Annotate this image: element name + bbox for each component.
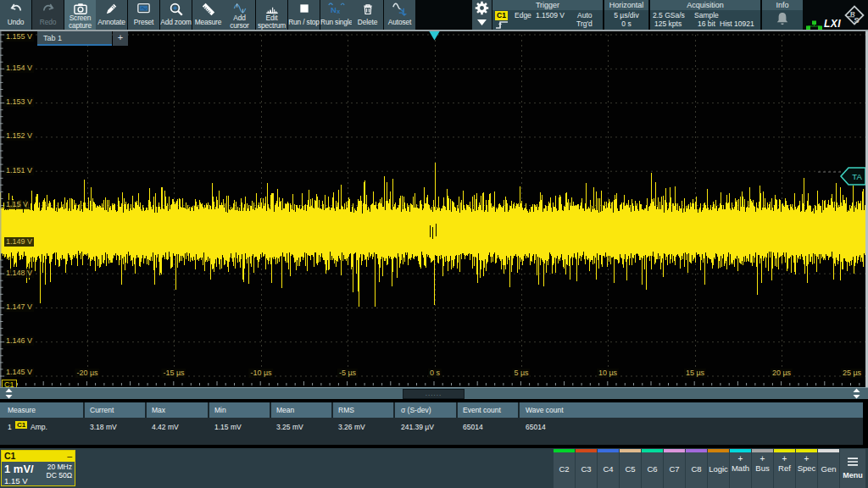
- svg-text:N: N: [331, 5, 337, 14]
- svg-text:S: S: [854, 16, 860, 25]
- svg-text:x: x: [337, 8, 340, 15]
- svg-text:TA: TA: [852, 172, 862, 181]
